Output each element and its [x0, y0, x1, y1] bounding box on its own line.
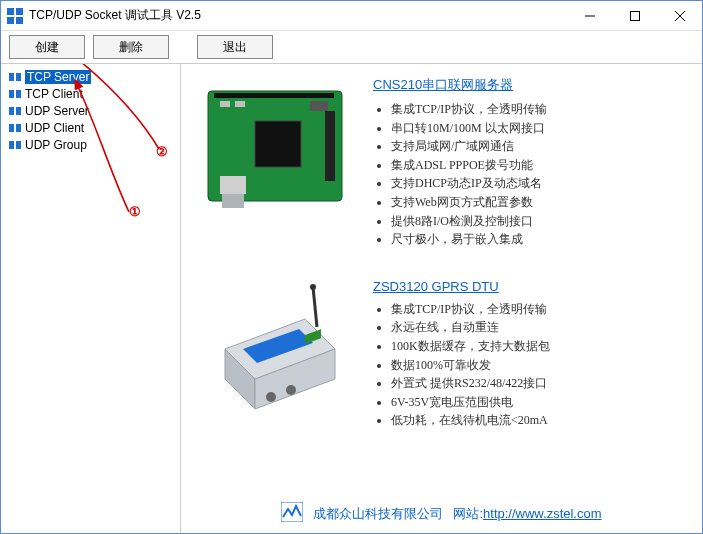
- feature-item: 支持DHCP动态IP及动态域名: [391, 174, 688, 193]
- toolbar: 创建 删除 退出: [1, 31, 702, 64]
- feature-item: 集成TCP/IP协议，全透明传输: [391, 300, 688, 319]
- titlebar: TCP/UDP Socket 调试工具 V2.5: [1, 1, 702, 31]
- svg-rect-26: [9, 145, 14, 149]
- footer-logo-icon: [281, 502, 303, 525]
- svg-rect-11: [16, 73, 21, 77]
- app-icon: [7, 8, 23, 24]
- product-image-board: [195, 76, 355, 226]
- svg-rect-12: [9, 90, 14, 94]
- socket-icon: [9, 89, 21, 99]
- svg-rect-16: [9, 107, 14, 111]
- feature-item: 支持局域网/广域网通信: [391, 137, 688, 156]
- tree-item-tcp-server[interactable]: TCP Server: [1, 68, 180, 85]
- svg-rect-20: [9, 124, 14, 128]
- svg-rect-17: [16, 111, 21, 115]
- feature-item: 提供8路I/O检测及控制接口: [391, 212, 688, 231]
- annotation-marker-1: ①: [129, 204, 141, 219]
- svg-rect-30: [255, 121, 301, 167]
- svg-rect-0: [7, 8, 14, 15]
- svg-rect-14: [9, 94, 14, 98]
- svg-rect-23: [16, 124, 21, 128]
- window-title: TCP/UDP Socket 调试工具 V2.5: [29, 7, 567, 24]
- svg-rect-32: [220, 101, 230, 107]
- svg-rect-37: [325, 111, 335, 181]
- product-block: ZSD3120 GPRS DTU 集成TCP/IP协议，全透明传输永远在线，自动…: [195, 279, 688, 430]
- product-title-link[interactable]: ZSD3120 GPRS DTU: [373, 279, 688, 294]
- socket-icon: [9, 72, 21, 82]
- exit-button[interactable]: 退出: [197, 35, 273, 59]
- svg-rect-24: [9, 141, 14, 145]
- maximize-button[interactable]: [612, 1, 657, 31]
- svg-line-39: [313, 287, 317, 327]
- socket-icon: [9, 140, 21, 150]
- svg-rect-38: [214, 93, 334, 98]
- svg-rect-25: [16, 145, 21, 149]
- tree-item-udp-server[interactable]: UDP Server: [1, 102, 180, 119]
- footer: 成都众山科技有限公司 网站:http://www.zstel.com: [181, 502, 702, 525]
- tree-item-tcp-client[interactable]: TCP Client: [1, 85, 180, 102]
- feature-item: 外置式 提供RS232/48/422接口: [391, 374, 688, 393]
- close-button[interactable]: [657, 1, 702, 31]
- svg-rect-9: [16, 77, 21, 81]
- feature-item: 数据100%可靠收发: [391, 356, 688, 375]
- svg-rect-15: [16, 90, 21, 94]
- tree-item-udp-group[interactable]: UDP Group: [1, 136, 180, 153]
- svg-rect-34: [310, 101, 328, 111]
- create-button[interactable]: 创建: [9, 35, 85, 59]
- feature-item: 集成TCP/IP协议，全透明传输: [391, 100, 688, 119]
- tree-item-udp-client[interactable]: UDP Client: [1, 119, 180, 136]
- svg-rect-10: [9, 77, 14, 81]
- socket-icon: [9, 106, 21, 116]
- svg-point-40: [310, 284, 316, 290]
- feature-item: 100K数据缓存，支持大数据包: [391, 337, 688, 356]
- feature-item: 低功耗，在线待机电流<20mA: [391, 411, 688, 430]
- svg-point-46: [286, 385, 296, 395]
- feature-item: 集成ADSL PPPOE拨号功能: [391, 156, 688, 175]
- tree-item-label: TCP Server: [25, 70, 91, 84]
- window-controls: [567, 1, 702, 31]
- product-block: CNS210串口联网服务器 集成TCP/IP协议，全透明传输串口转10M/100…: [195, 76, 688, 249]
- svg-rect-2: [7, 17, 14, 24]
- feature-item: 永远在线，自动重连: [391, 318, 688, 337]
- svg-rect-1: [16, 8, 23, 15]
- svg-rect-35: [220, 176, 246, 194]
- minimize-button[interactable]: [567, 1, 612, 31]
- svg-rect-19: [16, 107, 21, 111]
- svg-rect-18: [9, 111, 14, 115]
- product-feature-list: 集成TCP/IP协议，全透明传输串口转10M/100M 以太网接口支持局域网/广…: [373, 100, 688, 249]
- svg-rect-21: [16, 128, 21, 132]
- tree-item-label: UDP Server: [25, 104, 89, 118]
- svg-rect-13: [16, 94, 21, 98]
- tree-item-label: UDP Group: [25, 138, 87, 152]
- svg-point-45: [266, 392, 276, 402]
- feature-item: 串口转10M/100M 以太网接口: [391, 119, 688, 138]
- footer-site: 网站:http://www.zstel.com: [453, 505, 601, 523]
- product-feature-list: 集成TCP/IP协议，全透明传输永远在线，自动重连100K数据缓存，支持大数据包…: [373, 300, 688, 430]
- sidebar: TCP ServerTCP ClientUDP ServerUDP Client…: [1, 64, 181, 533]
- svg-rect-36: [222, 194, 244, 208]
- svg-rect-5: [630, 11, 639, 20]
- feature-item: 6V-35V宽电压范围供电: [391, 393, 688, 412]
- tree-item-label: TCP Client: [25, 87, 83, 101]
- delete-button[interactable]: 删除: [93, 35, 169, 59]
- svg-rect-3: [16, 17, 23, 24]
- svg-rect-27: [16, 141, 21, 145]
- footer-company: 成都众山科技有限公司: [313, 505, 443, 523]
- svg-rect-22: [9, 128, 14, 132]
- product-image-dtu: [195, 279, 355, 429]
- content-pane: CNS210串口联网服务器 集成TCP/IP协议，全透明传输串口转10M/100…: [181, 64, 702, 533]
- product-title-link[interactable]: CNS210串口联网服务器: [373, 76, 688, 94]
- tree-item-label: UDP Client: [25, 121, 84, 135]
- socket-icon: [9, 123, 21, 133]
- svg-rect-33: [235, 101, 245, 107]
- footer-site-link[interactable]: http://www.zstel.com: [483, 506, 601, 521]
- svg-rect-8: [9, 73, 14, 77]
- feature-item: 支持Web网页方式配置参数: [391, 193, 688, 212]
- feature-item: 尺寸极小，易于嵌入集成: [391, 230, 688, 249]
